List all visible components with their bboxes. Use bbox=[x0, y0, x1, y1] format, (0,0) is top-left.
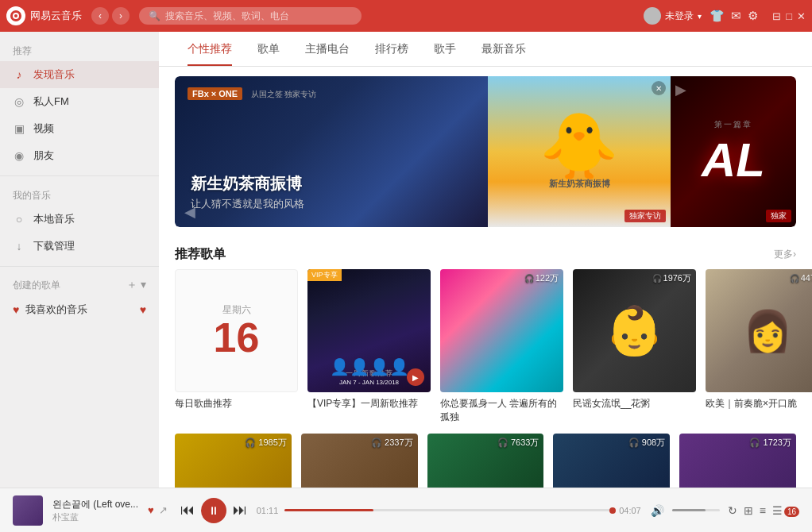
next-button[interactable]: ⏭ bbox=[233, 502, 247, 519]
bottom-card-1[interactable]: 🎧 2337万 bbox=[301, 434, 418, 488]
player-extra-controls: ↻ ⊞ ≡ ☰16 bbox=[728, 504, 799, 517]
shirt-icon[interactable]: 👕 bbox=[710, 9, 725, 23]
play-overlay-button[interactable]: ▶ bbox=[407, 368, 424, 386]
tab-playlist[interactable]: 歌单 bbox=[245, 33, 292, 66]
search-input[interactable] bbox=[165, 10, 352, 21]
banner-right-exclusive: 独家 bbox=[766, 210, 791, 222]
tab-artist[interactable]: 歌手 bbox=[421, 33, 469, 66]
player-artist: 朴宝蓝 bbox=[52, 511, 138, 523]
sidebar: 推荐 ♪ 发现音乐 ◎ 私人FM ▣ 视频 ◉ 朋友 我的音乐 ○ 本地音乐 ↓… bbox=[0, 32, 159, 488]
user-dropdown-icon: ▾ bbox=[698, 12, 702, 21]
banner-left: FBx × ONE 从国之签 独家专访 新生奶茶商振博 让人猜不透就是我的风格 … bbox=[175, 76, 488, 227]
bottom-cards-row: 🎧 1985万 🎧 2337万 🎧 7633万 🎧 908万 bbox=[159, 434, 812, 488]
banner-exclusive-badge: 独家专访 bbox=[624, 210, 666, 222]
search-bar[interactable]: 🔍 bbox=[139, 7, 362, 25]
tab-bar: 个性推荐 歌单 主播电台 排行榜 歌手 最新音乐 bbox=[159, 32, 812, 67]
player-share-icon[interactable]: ↗ bbox=[159, 504, 168, 516]
window-controls: ⊟ □ ✕ bbox=[772, 10, 806, 22]
volume-bar[interactable] bbox=[672, 509, 720, 511]
playlist-card-vip[interactable]: VIP专享 一周新歌推荐 JAN 7 - JAN 13/2018 👤👤👤👤 ▶ bbox=[307, 269, 431, 424]
tab-radio[interactable]: 主播电台 bbox=[292, 33, 362, 66]
sidebar-item-download[interactable]: ↓ 下载管理 bbox=[0, 233, 159, 260]
sidebar-label-friend: 朋友 bbox=[33, 148, 54, 163]
sidebar-item-fm[interactable]: ◎ 私人FM bbox=[0, 88, 159, 115]
banner-brand: FBx × ONE 从国之签 独家专访 bbox=[188, 86, 316, 100]
banner-nav-right[interactable]: ▶ bbox=[675, 81, 686, 98]
sidebar-item-local[interactable]: ○ 本地音乐 bbox=[0, 206, 159, 233]
sidebar-item-friend[interactable]: ◉ 朋友 bbox=[0, 142, 159, 169]
music-note-icon: ♪ bbox=[13, 68, 25, 81]
heart-icon: ♥ bbox=[13, 303, 19, 316]
sidebar-label-discover: 发现音乐 bbox=[33, 67, 75, 82]
fm-icon: ◎ bbox=[13, 95, 25, 108]
playlist-card-folk[interactable]: 🎧 1976万 👶 民谣女流氓__花粥 bbox=[573, 269, 696, 424]
tab-ranking[interactable]: 排行榜 bbox=[362, 33, 421, 66]
liked-playlist-label: 我喜欢的音乐 bbox=[25, 303, 87, 317]
sidebar-section-mine: 我的音乐 bbox=[0, 183, 159, 206]
user-area[interactable]: 未登录 ▾ bbox=[644, 7, 702, 25]
queue-icon[interactable]: ☰16 bbox=[772, 504, 799, 517]
loop-icon[interactable]: ↻ bbox=[728, 504, 737, 517]
play-count-european: 🎧 447万 bbox=[790, 272, 812, 284]
banner-right-chapter: 第一篇章 bbox=[714, 119, 752, 130]
maximize-button[interactable]: □ bbox=[786, 10, 792, 22]
minimize-button[interactable]: ⊟ bbox=[772, 10, 781, 22]
nav-arrows: ‹ › bbox=[91, 7, 130, 25]
banner-close-button[interactable]: ✕ bbox=[652, 81, 666, 95]
titlebar: 网易云音乐 ‹ › 🔍 未登录 ▾ 👕 ✉ ⚙ ⊟ □ ✕ bbox=[0, 0, 812, 32]
more-link[interactable]: 更多› bbox=[774, 248, 796, 261]
bottom-card-3[interactable]: 🎧 908万 bbox=[553, 434, 670, 488]
play-count-b2: 🎧 7633万 bbox=[497, 437, 539, 449]
sidebar-label-fm: 私人FM bbox=[33, 94, 69, 109]
tab-new-music[interactable]: 最新音乐 bbox=[469, 33, 539, 66]
close-button[interactable]: ✕ bbox=[797, 10, 806, 22]
sidebar-item-discover[interactable]: ♪ 发现音乐 bbox=[0, 61, 159, 88]
banner-character: 🐥 新生奶茶商振博 bbox=[539, 114, 619, 190]
add-playlist-icon[interactable]: ＋ bbox=[126, 278, 137, 292]
progress-area: 01:11 04:07 bbox=[257, 506, 641, 515]
progress-bar[interactable] bbox=[284, 509, 613, 511]
play-count-b4: 🎧 1723万 bbox=[749, 437, 791, 449]
nav-back-button[interactable]: ‹ bbox=[91, 7, 109, 25]
prev-button[interactable]: ⏮ bbox=[180, 502, 195, 519]
european-image: 👩 bbox=[743, 308, 792, 354]
banner-right: 第一篇章 AL 独家 ▶ bbox=[671, 76, 796, 227]
player-info: 왼손끝에 (Left ove... 朴宝蓝 bbox=[52, 498, 138, 523]
nav-forward-button[interactable]: › bbox=[112, 7, 130, 25]
playlist-card-title-folk: 民谣女流氓__花粥 bbox=[573, 397, 696, 411]
tab-recommend[interactable]: 个性推荐 bbox=[175, 33, 245, 66]
sidebar-section-discover: 推荐 bbox=[0, 38, 159, 61]
like-action-icon[interactable]: ♥ bbox=[140, 303, 146, 316]
volume-icon[interactable]: 🔊 bbox=[651, 504, 664, 517]
play-count-folk: 🎧 1976万 bbox=[652, 272, 691, 284]
playlist-card-daily[interactable]: 星期六 16 每日歌曲推荐 bbox=[175, 269, 298, 424]
progress-dot bbox=[609, 507, 616, 514]
lyrics-icon[interactable]: ≡ bbox=[760, 504, 766, 517]
section-title-recommended: 推荐歌单 bbox=[175, 246, 226, 263]
pause-button[interactable]: ⏸ bbox=[201, 498, 226, 523]
playlist-card-european[interactable]: 🎧 447万 👩 欧美｜前奏脆×开口脆 bbox=[706, 269, 812, 424]
playlists-grid: 星期六 16 每日歌曲推荐 VIP专享 一周新歌推荐 JAN 7 - JAN 1… bbox=[159, 269, 812, 434]
playlist-card-lonely[interactable]: 🎧 122万 你总要孤身一人 尝遍所有的孤独 bbox=[440, 269, 563, 424]
time-total: 04:07 bbox=[619, 506, 641, 515]
sidebar-divider-1 bbox=[0, 175, 159, 176]
bottom-card-2[interactable]: 🎧 7633万 bbox=[427, 434, 544, 488]
section-header-recommended: 推荐歌单 更多› bbox=[159, 237, 812, 269]
titlebar-right: 未登录 ▾ 👕 ✉ ⚙ ⊟ □ ✕ bbox=[644, 7, 806, 25]
search-icon: 🔍 bbox=[149, 10, 160, 21]
user-label: 未登录 bbox=[665, 10, 694, 23]
playlist-item-liked[interactable]: ♥ 我喜欢的音乐 ♥ bbox=[0, 297, 159, 322]
download-icon: ↓ bbox=[13, 240, 25, 253]
banner-nav-left[interactable]: ◀ bbox=[184, 203, 195, 221]
sidebar-item-video[interactable]: ▣ 视频 bbox=[0, 115, 159, 142]
bottom-card-4[interactable]: 🎧 1723万 bbox=[679, 434, 796, 488]
time-current: 01:11 bbox=[257, 506, 279, 515]
daily-date: 16 bbox=[214, 317, 260, 358]
bottom-card-0[interactable]: 🎧 1985万 bbox=[175, 434, 292, 488]
playlist-view-icon[interactable]: ⊞ bbox=[744, 504, 753, 517]
banner-center: ✕ 🐥 新生奶茶商振博 独家专访 bbox=[488, 76, 671, 227]
settings-icon[interactable]: ⚙ bbox=[748, 9, 758, 23]
mail-icon[interactable]: ✉ bbox=[731, 9, 741, 23]
expand-playlist-icon[interactable]: ▾ bbox=[141, 278, 146, 292]
player-heart-icon[interactable]: ♥ bbox=[148, 504, 154, 516]
